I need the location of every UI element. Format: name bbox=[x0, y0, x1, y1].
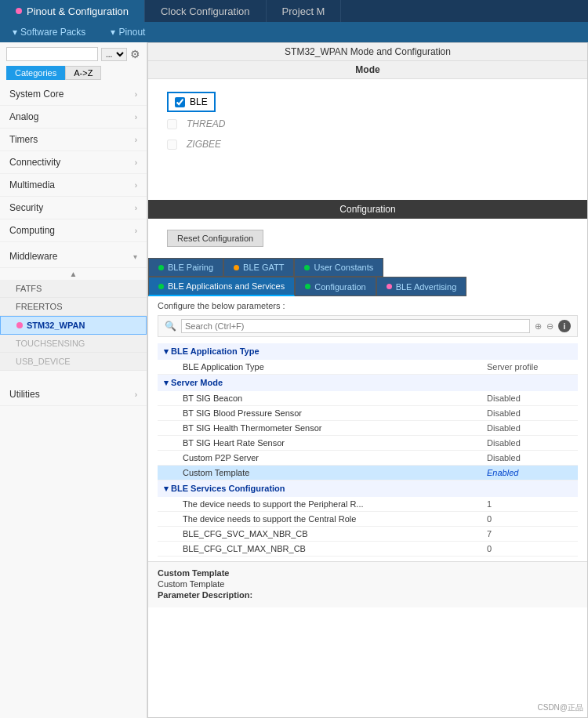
group-label: BLE Application Type bbox=[171, 346, 259, 356]
sidebar-search-dropdown[interactable]: ... bbox=[101, 48, 127, 61]
middleware-child-label: TOUCHSENSING bbox=[16, 339, 85, 348]
param-label: BLE_CFG_CLT_MAX_NBR_CB bbox=[158, 542, 481, 557]
search-option-2[interactable]: ⊖ bbox=[546, 321, 554, 332]
param-label: BT SIG Health Thermometer Sensor bbox=[158, 421, 481, 436]
chevron-right-icon: › bbox=[135, 227, 137, 235]
config-tabs: BLE Pairing BLE GATT User Constants bbox=[148, 258, 587, 277]
bottom-description: Custom Template Custom Template Paramete… bbox=[148, 561, 587, 607]
sidebar-item-timers[interactable]: Timers › bbox=[0, 129, 147, 151]
mode-zigbee-checkbox bbox=[167, 140, 177, 150]
mode-thread-label: THREAD bbox=[187, 118, 225, 129]
tab-az[interactable]: A->Z bbox=[65, 66, 101, 80]
nav-project[interactable]: Project M bbox=[267, 0, 342, 22]
param-value[interactable]: Disabled bbox=[481, 436, 578, 451]
chevron-right-icon: › bbox=[135, 390, 137, 399]
param-label: BT SIG Beacon bbox=[158, 391, 481, 406]
param-value[interactable]: 0 bbox=[481, 542, 578, 557]
middleware-child-stm32wpan[interactable]: STM32_WPAN bbox=[0, 316, 147, 335]
param-value[interactable]: Disabled bbox=[481, 451, 578, 466]
sidebar-item-label: Analog bbox=[9, 111, 38, 122]
search-row: 🔍 ⊕ ⊖ i bbox=[158, 315, 578, 337]
chevron-down-icon: ▾ bbox=[133, 252, 137, 261]
nav-pinout-2[interactable]: ▾ Pinout bbox=[98, 27, 158, 38]
table-row: BT SIG Heart Rate Sensor Disabled bbox=[158, 436, 578, 451]
sidebar-item-analog[interactable]: Analog › bbox=[0, 106, 147, 129]
param-label: Custom P2P Server bbox=[158, 451, 481, 466]
param-label: The device needs to support the Peripher… bbox=[158, 497, 481, 512]
config-tab-user-constants[interactable]: User Constants bbox=[294, 258, 383, 277]
mode-zigbee-row[interactable]: ZIGBEE bbox=[161, 136, 575, 153]
expand-icon: ▾ bbox=[164, 484, 171, 493]
config-tab-ble-pairing[interactable]: BLE Pairing bbox=[148, 258, 223, 277]
tab-label: Configuration bbox=[314, 282, 365, 292]
config-tab-ble-apps[interactable]: BLE Applications and Services bbox=[148, 277, 295, 296]
pinout-dot bbox=[16, 8, 22, 14]
reset-config-button[interactable]: Reset Configuration bbox=[167, 230, 263, 247]
param-label: BT SIG Blood Pressure Sensor bbox=[158, 406, 481, 421]
mode-ble-checkbox[interactable] bbox=[175, 97, 185, 107]
param-label: The device needs to support the Central … bbox=[158, 512, 481, 527]
info-icon[interactable]: i bbox=[558, 320, 571, 332]
tab-dot-green-4 bbox=[305, 284, 310, 289]
table-row: BT SIG Beacon Disabled bbox=[158, 391, 578, 406]
param-value[interactable]: 1 bbox=[481, 497, 578, 512]
middleware-header[interactable]: Middleware ▾ bbox=[0, 245, 147, 268]
param-value[interactable]: 7 bbox=[481, 527, 578, 542]
middleware-label: Middleware bbox=[9, 251, 57, 262]
nav-project-label: Project M bbox=[282, 5, 325, 17]
search-option-1[interactable]: ⊕ bbox=[535, 321, 542, 332]
param-value[interactable]: Enabled bbox=[481, 466, 578, 480]
second-nav: ▾ Software Packs ▾ Pinout bbox=[0, 22, 588, 42]
sidebar-item-utilities[interactable]: Utilities › bbox=[0, 383, 147, 406]
config-content: Configure the below parameters : 🔍 ⊕ ⊖ i… bbox=[148, 296, 587, 561]
content-area: STM32_WPAN Mode and Configuration Mode B… bbox=[147, 42, 588, 718]
param-value[interactable]: Disabled bbox=[481, 421, 578, 436]
param-group-row: ▾ BLE Application Type bbox=[158, 343, 578, 360]
nav-pinout[interactable]: Pinout & Configuration bbox=[0, 0, 145, 22]
param-value[interactable]: Disabled bbox=[481, 391, 578, 406]
sidebar-item-connectivity[interactable]: Connectivity › bbox=[0, 151, 147, 174]
tab-categories[interactable]: Categories bbox=[6, 66, 65, 80]
config-tab-ble-advertising[interactable]: BLE Advertising bbox=[376, 277, 467, 296]
tab-dot-green-3 bbox=[158, 284, 164, 289]
main-layout: ... ⚙ Categories A->Z System Core › Anal… bbox=[0, 42, 588, 718]
mode-ble-row[interactable]: BLE bbox=[167, 92, 216, 112]
middleware-child-freertos[interactable]: FREERTOS bbox=[0, 298, 147, 316]
middleware-child-touchsensing[interactable]: TOUCHSENSING bbox=[0, 335, 147, 353]
sidebar-item-multimedia[interactable]: Multimedia › bbox=[0, 174, 147, 197]
table-row: Custom P2P Server Disabled bbox=[158, 451, 578, 466]
table-row: BLE_CFG_CLT_MAX_NBR_CB 0 bbox=[158, 542, 578, 557]
top-nav: Pinout & Configuration Clock Configurati… bbox=[0, 0, 588, 22]
table-row-highlighted: Custom Template Enabled bbox=[158, 466, 578, 480]
expand-icon: ▾ bbox=[164, 378, 171, 387]
nav-software-packs[interactable]: ▾ Software Packs bbox=[0, 27, 98, 38]
sidebar-search-input[interactable] bbox=[6, 47, 98, 61]
middleware-child-usb[interactable]: USB_DEVICE bbox=[0, 353, 147, 371]
config-tab-configuration[interactable]: Configuration bbox=[295, 277, 376, 296]
param-value[interactable]: 0 bbox=[481, 512, 578, 527]
middleware-child-label: USB_DEVICE bbox=[16, 357, 71, 366]
sidebar-item-system-core[interactable]: System Core › bbox=[0, 83, 147, 106]
sidebar-item-security[interactable]: Security › bbox=[0, 197, 147, 219]
group-label: BLE Services Configuration bbox=[171, 484, 285, 493]
mode-thread-checkbox bbox=[167, 119, 177, 129]
collapse-arrow[interactable]: ▲ bbox=[0, 268, 147, 280]
gear-icon[interactable]: ⚙ bbox=[130, 48, 140, 60]
sidebar-item-computing[interactable]: Computing › bbox=[0, 219, 147, 242]
middleware-child-fatfs[interactable]: FATFS bbox=[0, 280, 147, 298]
param-search-input[interactable] bbox=[181, 319, 530, 333]
tab-dot-green-2 bbox=[304, 265, 310, 270]
nav-pinout-label: Pinout & Configuration bbox=[27, 5, 129, 17]
mode-thread-row[interactable]: THREAD bbox=[161, 115, 575, 132]
sidebar-item-label: Utilities bbox=[9, 389, 40, 400]
bottom-desc-title: Custom Template bbox=[158, 568, 578, 578]
param-value[interactable]: Disabled bbox=[481, 406, 578, 421]
sidebar-item-label: Security bbox=[9, 202, 43, 213]
config-tab-ble-gatt[interactable]: BLE GATT bbox=[223, 258, 294, 277]
table-row: BT SIG Health Thermometer Sensor Disable… bbox=[158, 421, 578, 436]
param-value[interactable]: Server profile bbox=[481, 360, 578, 375]
reset-btn-row: Reset Configuration bbox=[148, 219, 587, 258]
active-dot-icon bbox=[16, 322, 23, 328]
nav-clock[interactable]: Clock Configuration bbox=[145, 0, 266, 22]
sidebar-tab-bar: Categories A->Z bbox=[0, 66, 147, 83]
